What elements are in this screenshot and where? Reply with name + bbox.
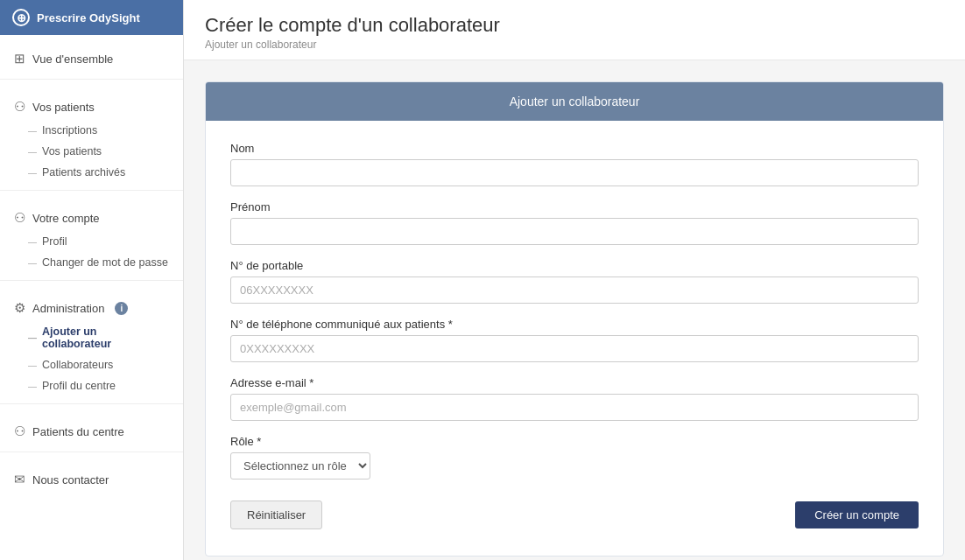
portable-input[interactable] <box>230 276 919 304</box>
sidebar-patients-centre-header[interactable]: ⚇ Patients du centre <box>0 418 183 444</box>
sidebar-account-label: Votre compte <box>32 212 100 225</box>
form-group-email: Adresse e-mail * <box>230 376 919 421</box>
email-input[interactable] <box>230 394 919 421</box>
page-subtitle: Ajouter un collaborateur <box>205 38 944 51</box>
sidebar-account-header[interactable]: ⚇ Votre compte <box>0 205 183 231</box>
nom-label: Nom <box>230 142 919 155</box>
sidebar-section-admin: ⚙ Administration i Ajouter un collaborat… <box>0 284 183 400</box>
sidebar-patients-header[interactable]: ⚇ Vos patients <box>0 94 183 120</box>
sidebar-section-patients-centre: ⚇ Patients du centre <box>0 408 183 448</box>
content-area: Ajouter un collaborateur Nom Prénom N° d… <box>184 60 965 560</box>
sidebar-logo[interactable]: ⊕ Prescrire OdySight <box>0 0 183 35</box>
form-card: Ajouter un collaborateur Nom Prénom N° d… <box>205 81 944 556</box>
role-select[interactable]: Sélectionnez un rôle Médecin Orthoptiste… <box>230 452 370 480</box>
sidebar-patients-label: Vos patients <box>32 101 95 114</box>
logo-icon: ⊕ <box>12 9 30 26</box>
prenom-label: Prénom <box>230 200 919 214</box>
form-group-nom: Nom <box>230 142 919 186</box>
nom-input[interactable] <box>230 159 919 186</box>
form-group-telephone: N° de téléphone communiqué aux patients … <box>230 318 919 362</box>
main-content: Créer le compte d'un collaborateur Ajout… <box>184 0 965 560</box>
form-group-role: Rôle * Sélectionnez un rôle Médecin Orth… <box>230 435 919 480</box>
sidebar-contact-label: Nous contacter <box>32 473 109 486</box>
sidebar-admin-header[interactable]: ⚙ Administration i <box>0 295 183 321</box>
divider-5 <box>0 452 183 452</box>
divider-3 <box>0 280 183 281</box>
divider-4 <box>0 403 183 404</box>
form-actions: Réinitialiser Créer un compte <box>230 500 919 529</box>
sidebar-item-profil-centre[interactable]: Profil du centre <box>0 375 183 396</box>
form-group-prenom: Prénom <box>230 200 919 245</box>
people-icon: ⚇ <box>14 99 25 115</box>
mail-icon: ✉ <box>14 472 25 487</box>
sidebar-section-account: ⚇ Votre compte Profil Changer de mot de … <box>0 194 183 276</box>
sidebar-section-overview: ⊞ Vue d'ensemble <box>0 35 183 75</box>
people2-icon: ⚇ <box>14 424 25 439</box>
page-header: Créer le compte d'un collaborateur Ajout… <box>184 0 965 60</box>
form-card-header: Ajouter un collaborateur <box>206 82 943 121</box>
divider-1 <box>0 79 183 80</box>
prenom-input[interactable] <box>230 218 919 245</box>
sidebar-item-ajouter-collaborateur[interactable]: Ajouter un collaborateur <box>0 321 183 354</box>
person-icon: ⚇ <box>14 210 25 226</box>
sidebar-item-collaborateurs[interactable]: Collaborateurs <box>0 354 183 375</box>
page-title: Créer le compte d'un collaborateur <box>205 14 944 37</box>
sidebar-patients-centre-label: Patients du centre <box>32 425 124 438</box>
form-group-portable: N° de portable <box>230 259 919 304</box>
sidebar-item-profil[interactable]: Profil <box>0 231 183 252</box>
sidebar-item-inscriptions[interactable]: Inscriptions <box>0 120 183 141</box>
sidebar-contact-header[interactable]: ✉ Nous contacter <box>0 466 183 493</box>
sidebar-item-changer-mdp[interactable]: Changer de mot de passe <box>0 252 183 273</box>
sidebar-item-vos-patients[interactable]: Vos patients <box>0 141 183 162</box>
sidebar: ⊕ Prescrire OdySight ⊞ Vue d'ensemble ⚇ … <box>0 0 184 560</box>
portable-label: N° de portable <box>230 259 919 272</box>
sidebar-overview-label: Vue d'ensemble <box>32 52 113 66</box>
admin-info-icon[interactable]: i <box>115 302 128 315</box>
grid-icon: ⊞ <box>14 51 25 66</box>
role-label: Rôle * <box>230 435 919 448</box>
sidebar-overview-header[interactable]: ⊞ Vue d'ensemble <box>0 46 183 72</box>
form-body: Nom Prénom N° de portable N° de téléphon… <box>206 121 943 556</box>
divider-2 <box>0 190 183 191</box>
sidebar-section-contact: ✉ Nous contacter <box>0 456 183 496</box>
create-button[interactable]: Créer un compte <box>795 501 919 528</box>
gear-icon: ⚙ <box>14 300 25 316</box>
email-label: Adresse e-mail * <box>230 376 919 389</box>
sidebar-admin-label: Administration <box>32 302 104 315</box>
sidebar-section-patients: ⚇ Vos patients Inscriptions Vos patients… <box>0 83 183 186</box>
sidebar-item-patients-archives[interactable]: Patients archivés <box>0 162 183 183</box>
telephone-input[interactable] <box>230 335 919 362</box>
telephone-label: N° de téléphone communiqué aux patients … <box>230 318 919 331</box>
sidebar-logo-label: Prescrire OdySight <box>37 11 140 24</box>
reset-button[interactable]: Réinitialiser <box>230 500 322 529</box>
